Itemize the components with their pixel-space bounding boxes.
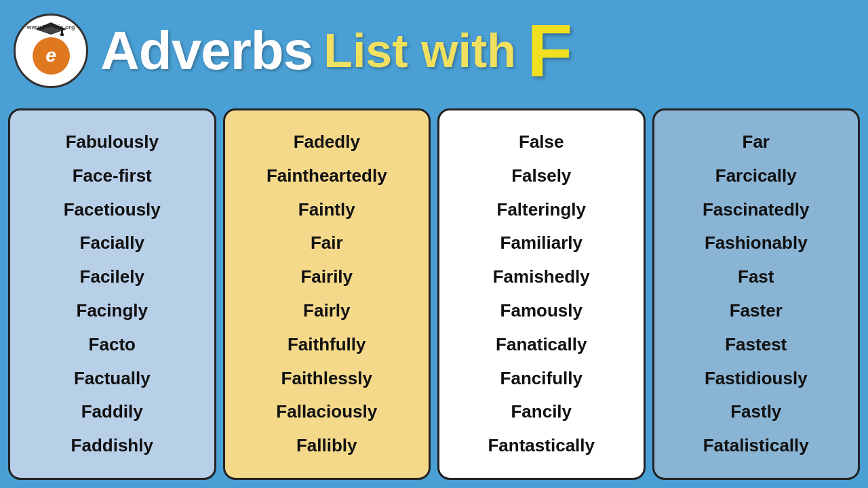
- svg-point-3: [60, 33, 64, 36]
- word-item: Faithfully: [288, 333, 366, 357]
- word-item: Fabulously: [66, 131, 159, 154]
- word-item: Far: [743, 131, 770, 154]
- word-item: False: [519, 131, 564, 154]
- word-item: Falsely: [511, 165, 571, 188]
- column-1: FabulouslyFace-firstFacetiouslyFaciallyF…: [8, 108, 216, 480]
- word-item: Farcically: [715, 165, 797, 188]
- word-item: Faddishly: [71, 434, 153, 458]
- word-item: Face-first: [73, 165, 152, 188]
- word-item: Facilely: [80, 266, 144, 289]
- word-item: Factually: [74, 367, 151, 390]
- content-area: FabulouslyFace-firstFacetiouslyFaciallyF…: [0, 102, 868, 488]
- title-f: F: [527, 14, 572, 88]
- column-2: FadedlyFaintheartedlyFaintlyFairFairilyF…: [223, 108, 431, 480]
- word-item: Familiarly: [500, 232, 583, 255]
- word-item: Facetiously: [64, 199, 161, 222]
- word-item: Faintly: [298, 199, 355, 222]
- word-item: Falteringly: [497, 199, 586, 222]
- word-item: Famishedly: [493, 266, 590, 289]
- graduation-cap-icon: [34, 21, 68, 36]
- word-item: Faintheartedly: [267, 165, 387, 188]
- word-item: Fatalistically: [703, 434, 809, 458]
- word-item: Faithlessly: [281, 367, 372, 390]
- word-item: Fair: [311, 232, 343, 255]
- word-item: Fantastically: [488, 434, 595, 458]
- word-item: Fast: [738, 266, 774, 289]
- word-item: Fairly: [303, 300, 350, 323]
- word-item: Fadedly: [294, 131, 360, 154]
- word-item: Fancifully: [500, 367, 583, 390]
- word-item: Fallibly: [296, 434, 357, 458]
- word-item: Fallaciously: [276, 401, 377, 424]
- word-item: Facingly: [77, 300, 148, 323]
- word-item: Facto: [89, 333, 136, 357]
- word-item: Fashionably: [705, 232, 808, 255]
- word-item: Fancily: [511, 401, 572, 424]
- word-item: Fairily: [300, 266, 353, 289]
- word-item: Facially: [80, 232, 144, 255]
- word-item: Fastest: [725, 333, 787, 357]
- word-item: Fastidiously: [705, 367, 808, 390]
- title-list-with: List with: [323, 24, 516, 78]
- logo-letter: e: [45, 45, 56, 66]
- column-4: FarFarcicallyFascinatedlyFashionablyFast…: [652, 108, 861, 480]
- header-title: Adverbs List with F: [100, 14, 572, 88]
- column-3: FalseFalselyFalteringlyFamiliarlyFamishe…: [437, 108, 646, 480]
- word-item: Fastly: [730, 401, 781, 424]
- logo: www.EngDic.org e: [14, 14, 88, 88]
- word-item: Fanatically: [496, 333, 587, 357]
- word-item: Famously: [500, 300, 583, 323]
- title-adverbs: Adverbs: [100, 20, 313, 82]
- word-item: Faddily: [81, 401, 143, 424]
- header: www.EngDic.org e Adverbs List with F: [0, 0, 868, 102]
- logo-icon: e: [33, 37, 70, 75]
- word-item: Fascinatedly: [703, 199, 810, 222]
- word-item: Faster: [730, 300, 783, 323]
